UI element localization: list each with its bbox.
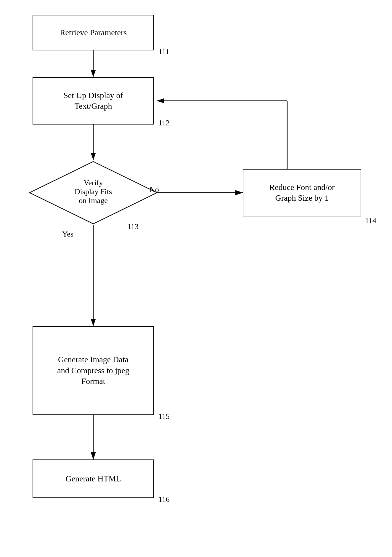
svg-text:Display Fits: Display Fits (75, 187, 112, 196)
verify-display-diamond: Verify Display Fits on Image (28, 160, 158, 226)
ref-113: 113 (127, 222, 139, 231)
retrieve-params-box: Retrieve Parameters (33, 15, 154, 50)
yes-label: Yes (62, 230, 73, 239)
ref-115: 115 (158, 412, 170, 421)
reduce-font-box: Reduce Font and/orGraph Size by 1 (243, 169, 361, 216)
generate-html-box: Generate HTML (33, 459, 154, 498)
retrieve-params-label: Retrieve Parameters (60, 27, 127, 38)
generate-html-label: Generate HTML (65, 473, 121, 484)
flowchart: Retrieve Parameters 111 Set Up Display o… (0, 0, 392, 557)
svg-text:Verify: Verify (84, 178, 103, 187)
ref-111: 111 (158, 47, 169, 56)
svg-text:on Image: on Image (79, 196, 107, 205)
reduce-font-label: Reduce Font and/orGraph Size by 1 (269, 182, 335, 204)
no-label: No (150, 185, 159, 194)
setup-display-label: Set Up Display ofText/Graph (63, 90, 123, 112)
setup-display-box: Set Up Display ofText/Graph (33, 77, 154, 125)
ref-114: 114 (365, 216, 376, 225)
ref-116: 116 (158, 495, 170, 504)
generate-image-box: Generate Image Dataand Compress to jpegF… (33, 326, 154, 415)
generate-image-label: Generate Image Dataand Compress to jpegF… (57, 354, 129, 387)
ref-112: 112 (158, 119, 170, 127)
